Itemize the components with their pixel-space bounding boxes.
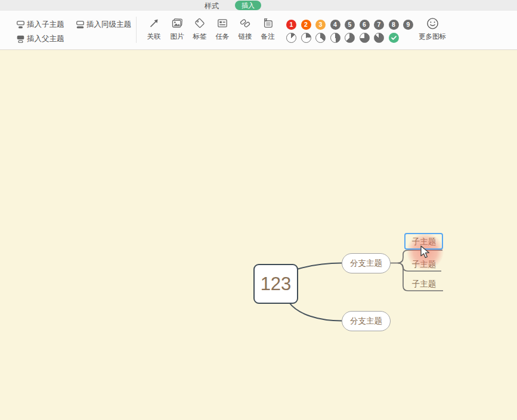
branch-topic-node-2[interactable]: 分支主题 xyxy=(342,311,391,331)
insert-sibling-topic-button[interactable]: 插入同级主题 xyxy=(76,20,131,29)
progress-3-4-icon[interactable] xyxy=(360,33,370,43)
tag-button[interactable]: 标签 xyxy=(190,17,210,43)
more-icons-button[interactable]: 更多图标 xyxy=(411,17,453,41)
smiley-icon xyxy=(426,17,439,30)
progress-done-icon[interactable] xyxy=(389,33,399,43)
insert-child-topic-button[interactable]: 插入子主题 xyxy=(17,20,64,29)
priority-5-badge[interactable]: 5 xyxy=(345,20,355,30)
insert-parent-topic-button[interactable]: 插入父主题 xyxy=(17,34,64,43)
tab-style[interactable]: 样式 xyxy=(205,1,219,11)
priority-badges: 1 2 3 4 5 6 7 8 9 xyxy=(286,20,413,30)
tag-icon xyxy=(194,17,206,29)
relation-button[interactable]: 关联 xyxy=(144,17,164,43)
progress-1-4-icon[interactable] xyxy=(301,33,311,43)
root-topic-node[interactable]: 123 xyxy=(253,264,298,304)
task-label: 任务 xyxy=(216,32,230,41)
priority-8-badge[interactable]: 8 xyxy=(389,20,399,30)
task-icon xyxy=(216,17,228,29)
task-button[interactable]: 任务 xyxy=(212,17,233,43)
image-button[interactable]: 图片 xyxy=(167,17,187,43)
image-label: 图片 xyxy=(171,32,184,41)
progress-7-8-icon[interactable] xyxy=(374,33,384,43)
toolbar: 插入子主题 插入同级主题 插入父主题 关联 图片 xyxy=(0,11,517,50)
priority-3-badge[interactable]: 3 xyxy=(315,20,326,30)
child-topic-icon xyxy=(17,21,24,29)
progress-badges xyxy=(286,33,399,43)
tag-label: 标签 xyxy=(193,32,207,41)
link-button[interactable]: 链接 xyxy=(235,17,255,43)
priority-6-badge[interactable]: 6 xyxy=(360,20,370,30)
priority-4-badge[interactable]: 4 xyxy=(330,20,340,30)
relation-label: 关联 xyxy=(147,32,161,41)
branch-topic-node-1[interactable]: 分支主题 xyxy=(342,253,391,273)
note-button[interactable]: 备注 xyxy=(258,17,278,43)
toolbar-separator xyxy=(136,17,137,43)
child-topic-node-2[interactable]: 子主题 xyxy=(405,259,443,270)
link-icon xyxy=(239,17,251,29)
link-label: 链接 xyxy=(239,32,252,41)
progress-1-2-icon[interactable] xyxy=(330,33,340,43)
insert-sibling-topic-label: 插入同级主题 xyxy=(86,20,131,30)
image-icon xyxy=(171,17,183,29)
progress-3-8-icon[interactable] xyxy=(315,33,326,43)
child-topic-node-3[interactable]: 子主题 xyxy=(405,279,443,290)
priority-2-badge[interactable]: 2 xyxy=(301,20,311,30)
more-icons-label: 更多图标 xyxy=(419,32,446,41)
selected-node-outline xyxy=(404,233,443,250)
parent-topic-icon xyxy=(17,35,24,43)
priority-1-badge[interactable]: 1 xyxy=(286,20,296,30)
progress-5-8-icon[interactable] xyxy=(345,33,355,43)
insert-parent-topic-label: 插入父主题 xyxy=(27,34,64,44)
progress-1-8-icon[interactable] xyxy=(286,33,296,43)
relation-arrow-icon xyxy=(148,17,160,29)
tab-insert[interactable]: 插入 xyxy=(235,1,261,10)
mindmap-canvas[interactable]: 123 分支主题 分支主题 子主题 子主题 子主题 xyxy=(0,50,517,420)
sibling-topic-icon xyxy=(76,21,84,29)
priority-7-badge[interactable]: 7 xyxy=(374,20,384,30)
note-icon xyxy=(262,17,274,29)
insert-child-topic-label: 插入子主题 xyxy=(27,20,64,30)
note-label: 备注 xyxy=(261,32,275,41)
titlebar: 样式 插入 xyxy=(0,0,517,11)
